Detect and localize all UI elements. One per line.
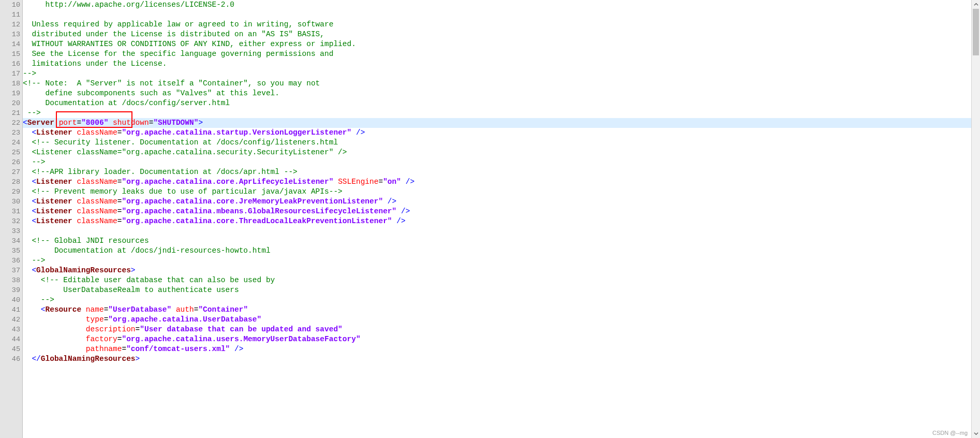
scrollbar-thumb[interactable] (973, 9, 979, 55)
code-line[interactable]: <!-- Editable user database that can als… (23, 275, 980, 285)
code-line[interactable]: <Listener className="org.apache.catalina… (23, 197, 980, 207)
code-line[interactable]: <Server port="8006" shutdown="SHUTDOWN"> (23, 118, 980, 128)
chevron-down-icon (974, 431, 978, 436)
code-editor[interactable]: 1011121314151617181920212223242526272829… (0, 0, 980, 438)
code-line[interactable]: factory="org.apache.catalina.users.Memor… (23, 334, 980, 344)
code-token: <!-- Security listener. Documentation at… (32, 138, 338, 147)
code-line[interactable]: description="User database that can be u… (23, 325, 980, 334)
code-line[interactable]: distributed under the License is distrib… (23, 30, 980, 39)
line-number: 34 (0, 236, 20, 246)
line-number: 20 (0, 98, 20, 108)
line-number: 25 (0, 148, 20, 157)
line-number: 12 (0, 20, 20, 30)
code-token: = (77, 119, 81, 127)
code-token: "org.apache.catalina.core.AprLifecycleLi… (122, 178, 333, 186)
code-token (23, 355, 32, 363)
code-line[interactable]: </GlobalNamingResources> (23, 354, 980, 364)
code-token: "on" (383, 178, 401, 186)
code-line[interactable]: --> (23, 108, 980, 118)
code-token: className (77, 197, 117, 206)
code-line[interactable]: --> (23, 295, 980, 305)
scrollbar-track[interactable] (972, 9, 980, 429)
code-token (54, 119, 59, 127)
code-line[interactable]: <Resource name="UserDatabase" auth="Cont… (23, 305, 980, 315)
code-line[interactable]: <Listener className="org.apache.catalina… (23, 128, 980, 138)
code-token: </ (32, 355, 40, 363)
vertical-scrollbar[interactable] (971, 0, 980, 438)
code-line[interactable]: Unless required by applicable law or agr… (23, 20, 980, 30)
line-number: 26 (0, 157, 20, 167)
code-line[interactable]: <!-- Prevent memory leaks due to use of … (23, 187, 980, 197)
code-line[interactable]: type="org.apache.catalina.UserDatabase" (23, 315, 980, 325)
code-token: <!--APR library loader. Documentation at… (32, 168, 297, 176)
code-token: http://www.apache.org/licenses/LICENSE-2… (46, 1, 234, 9)
code-token: < (32, 266, 36, 274)
code-token (81, 305, 86, 314)
code-line[interactable]: limitations under the License. (23, 59, 980, 69)
line-number: 38 (0, 275, 20, 285)
code-token (23, 315, 86, 324)
code-line[interactable]: <!-- Security listener. Documentation at… (23, 138, 980, 148)
code-line[interactable] (23, 226, 980, 236)
code-line[interactable]: UserDatabaseRealm to authenticate users (23, 285, 980, 295)
code-line[interactable]: <GlobalNamingResources> (23, 266, 980, 275)
line-number: 33 (0, 226, 20, 236)
code-token (23, 345, 86, 353)
code-token: shutdown (113, 119, 149, 127)
code-line[interactable]: Documentation at /docs/config/server.htm… (23, 98, 980, 108)
code-token (23, 237, 32, 245)
code-token: <!-- Note: A "Server" is not itself a "C… (23, 79, 320, 87)
scroll-down-button[interactable] (972, 429, 980, 438)
code-token (23, 296, 41, 304)
code-token: < (41, 305, 46, 314)
code-token: Listener (36, 197, 72, 206)
code-line[interactable]: <!-- Global JNDI resources (23, 236, 980, 246)
code-token: className (77, 207, 117, 215)
code-line[interactable]: --> (23, 157, 980, 167)
line-number: 10 (0, 0, 20, 10)
code-token: "SHUTDOWN" (153, 119, 198, 127)
line-number: 40 (0, 295, 20, 305)
code-token: UserDatabaseRealm to authenticate users (23, 286, 239, 294)
line-number: 24 (0, 138, 20, 148)
code-token (23, 20, 32, 28)
code-token: "org.apache.catalina.UserDatabase" (108, 315, 261, 324)
code-token: WITHOUT WARRANTIES OR CONDITIONS OF ANY … (32, 40, 356, 48)
code-line[interactable]: <Listener className="org.apache.catalina… (23, 207, 980, 216)
line-number: 15 (0, 49, 20, 59)
code-token: < (32, 207, 36, 215)
code-token: < (32, 197, 36, 206)
code-token (23, 207, 32, 215)
code-line[interactable] (23, 10, 980, 20)
code-line[interactable]: <!--APR library loader. Documentation at… (23, 167, 980, 177)
code-line[interactable]: define subcomponents such as "Valves" at… (23, 89, 980, 98)
code-token (23, 158, 32, 166)
code-line[interactable]: WITHOUT WARRANTIES OR CONDITIONS OF ANY … (23, 39, 980, 49)
code-token: className (77, 178, 117, 186)
scroll-up-button[interactable] (972, 0, 980, 9)
code-token (23, 30, 32, 38)
code-line[interactable]: http://www.apache.org/licenses/LICENSE-2… (23, 0, 980, 10)
code-token: pathname (86, 345, 122, 353)
line-number: 29 (0, 187, 20, 197)
code-token: = (136, 325, 140, 333)
code-line[interactable]: pathname="conf/tomcat-users.xml" /> (23, 344, 980, 354)
code-line[interactable]: Documentation at /docs/jndi-resources-ho… (23, 246, 980, 256)
code-line[interactable]: <!-- Note: A "Server" is not itself a "C… (23, 79, 980, 89)
chevron-up-icon (974, 2, 978, 7)
code-line[interactable]: <Listener className="org.apache.catalina… (23, 216, 980, 226)
code-token: /> (234, 345, 243, 353)
code-line[interactable]: --> (23, 69, 980, 79)
line-number: 11 (0, 10, 20, 20)
code-token (23, 187, 32, 196)
code-token (23, 276, 41, 284)
code-token: "UserDatabase" (108, 305, 171, 314)
code-token (23, 128, 32, 137)
code-line[interactable]: <Listener className="org.apache.catalina… (23, 148, 980, 157)
code-token (23, 256, 32, 265)
code-token: < (32, 178, 36, 186)
code-line[interactable]: --> (23, 256, 980, 266)
code-line[interactable]: <Listener className="org.apache.catalina… (23, 177, 980, 187)
code-area[interactable]: http://www.apache.org/licenses/LICENSE-2… (23, 0, 980, 438)
code-line[interactable]: See the License for the specific languag… (23, 49, 980, 59)
